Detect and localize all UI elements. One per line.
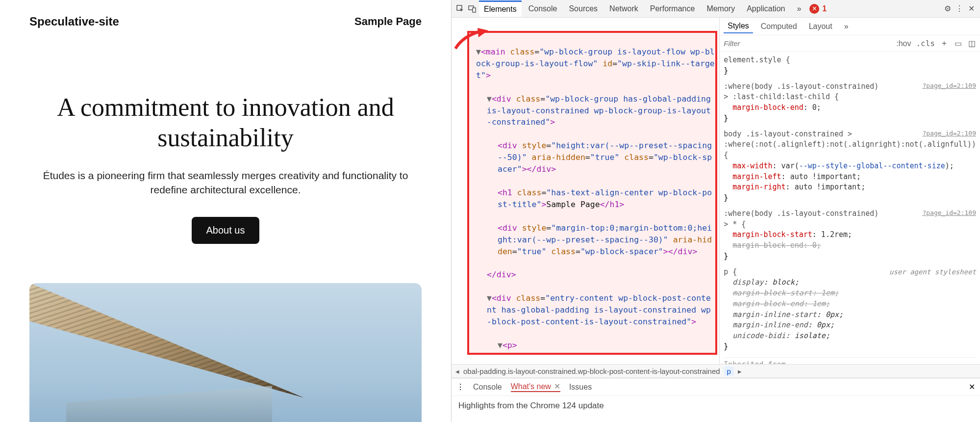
rule-src-1[interactable]: ?page_id=2:109 <box>922 81 976 91</box>
crumb-left-icon[interactable]: ◂ <box>455 367 459 376</box>
drawer-tab-whatsnew[interactable]: What's new✕ <box>511 382 560 392</box>
tab-sources[interactable]: Sources <box>564 1 603 16</box>
tab-application[interactable]: Application <box>742 1 790 16</box>
nav-sample-page[interactable]: Sample Page <box>354 15 422 28</box>
hero-section: A commitment to innovation and sustainab… <box>29 92 422 422</box>
tab-elements[interactable]: Elements <box>479 0 522 17</box>
site-header: Speculative-site Sample Page <box>29 0 422 43</box>
plus-icon[interactable]: ＋ <box>940 39 949 48</box>
devtools-tabs: Elements Console Sources Network Perform… <box>452 0 980 18</box>
rule-element-style: element.style { <box>724 55 790 64</box>
tabs-more[interactable]: » <box>792 1 806 16</box>
layout-icon[interactable]: ▭ <box>954 39 962 48</box>
rule-src-2[interactable]: ?page_id=2:109 <box>922 129 976 138</box>
breadcrumb[interactable]: ◂ obal-padding.is-layout-constrained.wp-… <box>452 364 980 378</box>
rule-ua: user agent stylesheet <box>889 267 976 277</box>
dom-content[interactable]: ▼<main class="wp-block-group is-layout-f… <box>452 18 719 364</box>
tab-network[interactable]: Network <box>604 1 643 16</box>
close-icon[interactable]: ✕ <box>966 4 976 14</box>
error-count: 1 <box>822 4 827 13</box>
styles-tab-computed[interactable]: Computed <box>757 20 801 33</box>
drawer-body: Highlights from the Chrome 124 update <box>452 396 980 416</box>
drawer-close-icon[interactable]: ✕ <box>969 382 975 392</box>
close-icon[interactable]: ✕ <box>554 382 560 391</box>
drawer-kebab-icon[interactable]: ⋮ <box>456 382 464 392</box>
devtools-panel: Elements Console Sources Network Perform… <box>451 0 980 422</box>
drawer-tab-issues[interactable]: Issues <box>569 383 592 392</box>
kebab-icon[interactable]: ⋮ <box>955 4 964 14</box>
gear-icon[interactable]: ⚙ <box>943 4 953 14</box>
rule-sel-3: :where(body .is-layout-constrained) <box>724 209 879 218</box>
styles-tab-layout[interactable]: Layout <box>805 20 836 33</box>
inherited-label: Inherited from … <box>724 357 976 365</box>
elements-tree[interactable]: ▼<main class="wp-block-group is-layout-f… <box>452 18 720 364</box>
annotation-arrow <box>453 26 492 54</box>
filter-input[interactable] <box>724 39 891 48</box>
hero-heading: A commitment to innovation and sustainab… <box>29 92 422 154</box>
rule-sel-4: p { <box>724 267 737 276</box>
crumb-right-icon[interactable]: ▸ <box>738 367 742 376</box>
styles-rules[interactable]: element.style {} ?page_id=2:109 :where(b… <box>720 52 980 364</box>
cls-toggle[interactable]: .cls <box>916 39 935 48</box>
rule-sel-1: :where(body .is-layout-constrained) <box>724 82 879 91</box>
tab-performance[interactable]: Performance <box>645 1 700 16</box>
styles-tab-more[interactable]: » <box>840 20 853 33</box>
device-toggle-icon[interactable] <box>467 4 477 14</box>
styles-tab-styles[interactable]: Styles <box>724 20 753 33</box>
hero-subtitle: Études is a pioneering firm that seamles… <box>29 168 422 197</box>
tab-memory[interactable]: Memory <box>702 1 740 16</box>
crumb-path[interactable]: obal-padding.is-layout-constrained.wp-bl… <box>463 367 720 375</box>
tab-console[interactable]: Console <box>524 1 562 16</box>
inspect-icon[interactable] <box>455 4 465 14</box>
rule-src-3[interactable]: ?page_id=2:109 <box>922 209 976 218</box>
about-us-button[interactable]: About us <box>192 217 260 244</box>
website-preview: Speculative-site Sample Page A commitmen… <box>0 0 451 422</box>
rule-sel-2: body .is-layout-constrained > <box>724 130 852 138</box>
panel-icon[interactable]: ◫ <box>967 39 976 48</box>
drawer-tab-console[interactable]: Console <box>473 383 502 392</box>
hero-image <box>29 283 422 422</box>
styles-pane: Styles Computed Layout » :hov .cls ＋ ▭ ◫… <box>720 18 980 364</box>
crumb-selected[interactable]: p <box>724 367 734 376</box>
error-badge[interactable]: ✕ <box>809 4 819 14</box>
hov-toggle[interactable]: :hov <box>896 39 911 48</box>
devtools-drawer: ⋮ Console What's new✕ Issues ✕ Highlight… <box>452 378 980 422</box>
svg-rect-2 <box>473 8 476 12</box>
site-title[interactable]: Speculative-site <box>29 15 119 28</box>
